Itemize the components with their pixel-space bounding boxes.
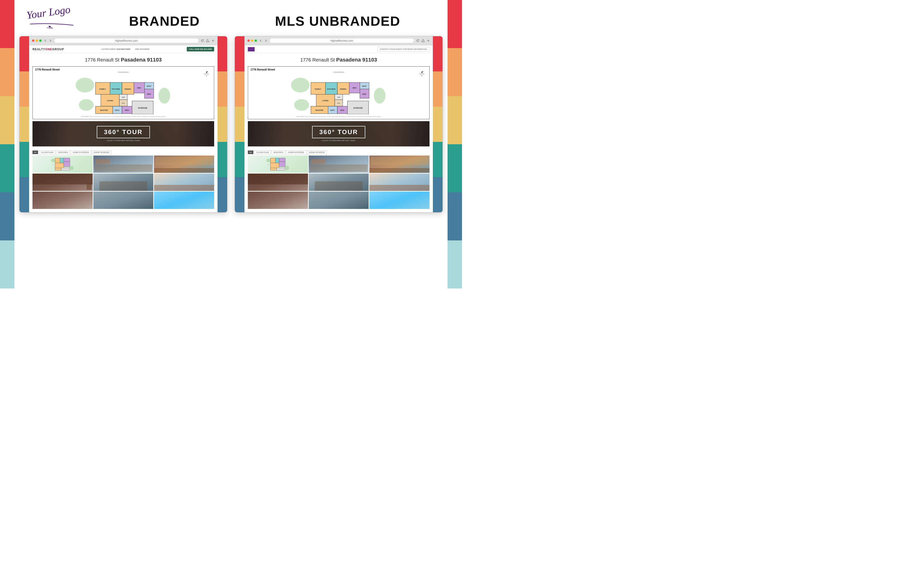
contact-agent-button[interactable]: CONTACT YOUR AGENT FOR MORE INFORMATION — [377, 47, 430, 52]
photo-sky-unbranded[interactable] — [369, 192, 430, 209]
tab-floor-plan-unbranded[interactable]: FLOOR PLAN — [254, 150, 271, 154]
dot-red — [32, 39, 34, 42]
photo-interior-1-unbranded[interactable] — [248, 174, 308, 191]
photo-floor-plan-thumb-branded[interactable]: ✦ — [32, 156, 93, 173]
back-icon — [44, 39, 47, 42]
logo-annotation-area: Your Logo — [24, 7, 91, 31]
branded-agent-header: REALTYONEGROUP LISTING AGENT: KAYVAN FAR… — [29, 45, 218, 53]
unbranded-left-strip — [235, 36, 244, 212]
call-button[interactable]: CALL NOW 909.263.4456 — [187, 47, 214, 52]
tab-home-exterior-unbranded[interactable]: HOME EXTERIOR — [286, 150, 306, 154]
svg-text:DINING: DINING — [340, 88, 347, 90]
svg-rect-87 — [279, 162, 285, 167]
svg-point-5 — [76, 77, 94, 93]
unbranded-browser: highsellhomes.com CONTACT YOUR AGENT FOR… — [234, 36, 443, 213]
browsers-row: highsellhomes.com REALTYONEGROUP LISTING… — [15, 36, 447, 220]
floor-plan-branded: 1776 Renault Street - PASADENA - N — [32, 66, 214, 119]
photo-floor-plan-thumb-unbranded[interactable]: ✦ — [248, 156, 308, 173]
listing-agent-label: LISTING AGENT: KAYVAN FARD — [101, 48, 130, 50]
svg-text:BED: BED — [137, 87, 141, 89]
svg-text:FAMILY: FAMILY — [99, 88, 106, 90]
unbranded-agent-header: CONTACT YOUR AGENT FOR MORE INFORMATION — [244, 45, 433, 53]
refresh-icon[interactable] — [201, 39, 204, 42]
branded-right-strip — [218, 36, 227, 212]
tour-section-branded[interactable]: 360° TOUR - CLICK TO PREVIEW VIRTUAL TOU… — [32, 121, 214, 147]
photo-interior-1-branded[interactable] — [32, 174, 93, 191]
dot-red-unbranded — [247, 39, 250, 42]
svg-text:GARAGE: GARAGE — [353, 107, 363, 109]
page-header: Your Logo BRA — [15, 0, 447, 36]
left-bg-strips — [0, 0, 15, 288]
svg-rect-39 — [60, 158, 64, 163]
branded-url-bar[interactable]: highsellhomes.com — [54, 38, 199, 43]
tab-grounds-branded[interactable]: GROUNDS — [56, 150, 70, 154]
photo-sky-branded[interactable] — [154, 192, 214, 209]
unbranded-url-bar[interactable]: highsellhomes.com — [270, 38, 414, 43]
svg-marker-48 — [418, 74, 421, 74]
photo-aerial-3-unbranded[interactable] — [309, 192, 369, 209]
photo-grid-unbranded: ✦ — [244, 156, 433, 212]
tab-all-unbranded[interactable]: All — [248, 150, 254, 154]
svg-text:DINING: DINING — [124, 88, 131, 90]
unbranded-website-content: CONTACT YOUR AGENT FOR MORE INFORMATION … — [244, 45, 433, 212]
city-zip-unbranded: Pasadena 91103 — [336, 57, 377, 63]
svg-text:MASTER: MASTER — [100, 109, 108, 111]
svg-text:BED: BED — [147, 93, 151, 95]
photo-aerial-3-branded[interactable] — [94, 192, 153, 209]
svg-rect-41 — [55, 163, 64, 168]
photo-grid-branded: ✦ — [29, 156, 218, 212]
photo-aerial-2-unbranded[interactable] — [309, 174, 369, 191]
tour-section-unbranded[interactable]: 360° TOUR - CLICK TO PREVIEW VIRTUAL TOU… — [248, 121, 430, 147]
photo-aerial-1-unbranded[interactable] — [309, 156, 369, 173]
share-icon[interactable] — [206, 39, 209, 42]
photo-exterior-1-unbranded[interactable] — [369, 156, 430, 173]
svg-text:Hall: Hall — [338, 97, 340, 98]
floor-plan-subtitle-branded: - PASADENA - — [33, 71, 214, 73]
floor-plan-subtitle-unbranded: - PASADENA - — [248, 71, 429, 73]
svg-text:FAMILY: FAMILY — [315, 88, 321, 90]
tab-home-exterior-branded[interactable]: HOME EXTERIOR — [71, 150, 91, 154]
tab-floor-plan-branded[interactable]: FLOOR PLAN — [39, 150, 56, 154]
svg-marker-49 — [422, 74, 425, 74]
tab-home-interior-branded[interactable]: HOME INTERIOR — [92, 150, 111, 154]
share-icon-unbranded[interactable] — [421, 39, 425, 42]
agent-info: LISTING AGENT: KAYVAN FARD DRE #02108596 — [101, 48, 149, 50]
tour-button-box-unbranded: 360° TOUR — [312, 126, 365, 138]
svg-text:BED: BED — [352, 87, 357, 89]
floor-plan-disclaimer-branded: DISCLAIMER: Size & dimensions are approx… — [33, 115, 214, 118]
photo-interior-2-branded[interactable] — [32, 192, 93, 209]
photo-exterior-1-branded[interactable] — [154, 156, 214, 173]
tab-home-interior-unbranded[interactable]: HOME INTERIOR — [307, 150, 327, 154]
svg-rect-40 — [64, 158, 70, 161]
svg-rect-38 — [55, 158, 60, 163]
photo-aerial-2-branded[interactable] — [94, 174, 153, 191]
city-zip-branded: Pasadena 91103 — [121, 57, 162, 63]
forward-icon — [49, 39, 52, 42]
tab-all-branded[interactable]: All — [32, 150, 38, 154]
dot-green — [39, 39, 42, 42]
photo-exterior-2-branded[interactable] — [154, 174, 214, 191]
your-logo-label: Your Logo — [26, 4, 71, 21]
property-address-unbranded: 1776 Renault St Pasadena 91103 — [244, 53, 433, 65]
plus-icon-unbranded[interactable] — [426, 39, 430, 42]
svg-point-6 — [79, 99, 94, 111]
svg-text:BATH: BATH — [330, 110, 335, 111]
svg-text:BED: BED — [362, 93, 367, 95]
back-icon-unbranded — [259, 39, 262, 42]
tab-grounds-unbranded[interactable]: GROUNDS — [271, 150, 286, 154]
branded-left-strip — [19, 36, 29, 212]
floor-plan-svg-area-unbranded: FAMILY KITCHEN DINING BED BATH BED — [248, 73, 429, 115]
branded-title: BRANDED — [129, 13, 200, 29]
svg-point-51 — [291, 77, 310, 93]
plus-icon[interactable] — [211, 39, 215, 42]
svg-text:LIVING: LIVING — [107, 100, 113, 102]
section-titles: BRANDED MLS UNBRANDED — [91, 10, 438, 29]
main-area: Your Logo BRA — [15, 0, 447, 288]
svg-marker-47 — [421, 74, 422, 77]
photo-exterior-2-unbranded[interactable] — [369, 174, 430, 191]
photo-interior-2-unbranded[interactable] — [248, 192, 308, 209]
refresh-icon-unbranded[interactable] — [416, 39, 419, 42]
photo-aerial-1-branded[interactable] — [94, 156, 153, 173]
browser-dots-unbranded — [247, 39, 257, 42]
realty-logo: REALTYONEGROUP — [32, 48, 64, 51]
